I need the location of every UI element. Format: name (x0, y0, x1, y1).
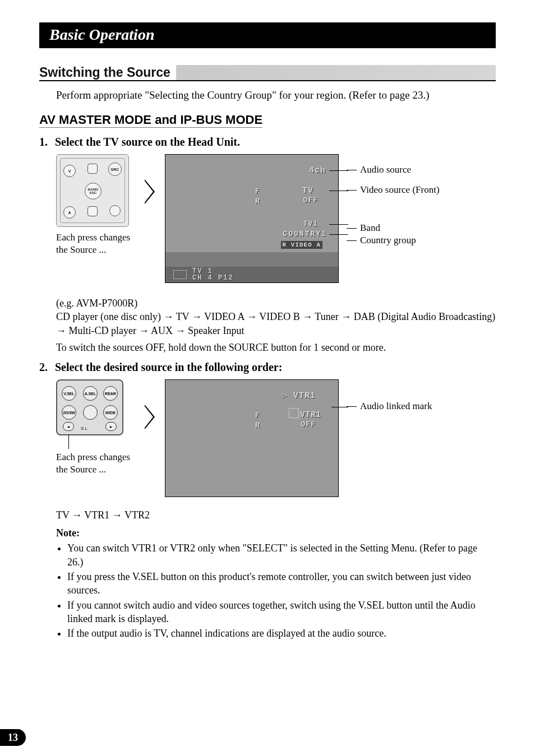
step-2-title: Select the desired source in the followi… (55, 361, 282, 374)
remote2-rear-button-icon: REAR (103, 386, 118, 401)
screen2-f-label: F (255, 411, 260, 420)
remote2-2d3w-button-icon: 2D/3W (62, 405, 76, 420)
screen1-foot-line2: CH 4 P12 (192, 275, 234, 281)
remote-1-column: V SRC BAND/ ESC A Each press changes the… (56, 154, 135, 256)
screen1-band-strip (165, 252, 338, 267)
screen2-linked-mark-icon (289, 408, 299, 418)
remote-1-caption: Each press changes the Source ... (56, 231, 135, 256)
screen1-footer: TV 1 CH 4 P12 (165, 267, 338, 282)
screen1-r-label: R (255, 197, 260, 206)
note-heading: Note: (56, 527, 496, 539)
screen1-country: COUNTRY1 (283, 230, 327, 238)
figure-2-row: V.SEL A.SEL REAR 2D/3W WIDE ◄ ► S L Each… (56, 379, 496, 497)
step1-source-chain: CD player (one disc only) → TV → VIDEO A… (56, 310, 496, 337)
chapter-title: Basic Operation (39, 22, 496, 48)
remote2-prev-button-icon: ◄ (63, 422, 74, 431)
page-number: 13 (0, 729, 26, 746)
remote2-vsel-button-icon: V.SEL (62, 386, 76, 401)
step1-example-line: (e.g. AVM-P7000R) (56, 296, 496, 310)
remote-ring-button-icon (109, 205, 121, 216)
remote-a-button-icon: A (63, 206, 76, 219)
section-heading-switching-source: Switching the Source (39, 65, 496, 81)
note-item: If the output audio is TV, channel indic… (67, 627, 496, 640)
screen-illustration-1: 4ch F R TV OFF TV1 COUNTRY1 R VIDEO A TV… (165, 154, 339, 283)
callout-band: Band (352, 222, 440, 234)
step-1-number: 1. (39, 136, 55, 149)
screen1-audio-source: 4ch (309, 166, 326, 175)
page: Basic Operation Switching the Source Per… (0, 0, 535, 756)
remote-illustration-2: V.SEL A.SEL REAR 2D/3W WIDE ◄ ► S L (56, 379, 123, 435)
remote-2-column: V.SEL A.SEL REAR 2D/3W WIDE ◄ ► S L Each… (56, 379, 135, 476)
screen2-callouts: Audio linked mark (352, 379, 432, 412)
screen2-top: ▷ VTR1 (282, 390, 316, 401)
remote2-asel-button-icon: A.SEL (83, 386, 98, 401)
step1-off-note: To switch the sources OFF, hold down the… (56, 341, 496, 354)
note-item: If you press the V.SEL button on this pr… (67, 570, 496, 597)
remote-2-caption: Each press changes the Source ... (56, 451, 135, 476)
callout-country-group: Country group (352, 235, 440, 246)
arrow-icon (145, 179, 155, 204)
figure-1-row: V SRC BAND/ ESC A Each press changes the… (56, 154, 496, 283)
step-2-row: 2. Select the desired source in the foll… (39, 361, 496, 374)
note-item: You can switch VTR1 or VTR2 only when "S… (67, 541, 496, 569)
screen1-foot-icon (173, 270, 187, 279)
section-heading-av-master: AV MASTER MODE and IP-BUS MODE (39, 113, 262, 128)
screen-illustration-2: ▷ VTR1 F R VTR1 OFF (165, 379, 339, 497)
screen1-video-source: TV (302, 186, 313, 196)
remote-pad-up-icon (87, 164, 98, 174)
notes-list: You can switch VTR1 or VTR2 only when "S… (67, 541, 496, 640)
screen1-video-badge: R VIDEO A (281, 241, 322, 249)
callout-audio-linked-mark: Audio linked mark (352, 401, 432, 412)
remote2-next-button-icon: ► (105, 422, 117, 431)
screen2-off: OFF (301, 420, 316, 429)
remote-illustration-1: V SRC BAND/ ESC A (56, 154, 129, 227)
remote-band-button-icon: BAND/ ESC (85, 183, 102, 200)
screen1-video-off: OFF (303, 196, 318, 205)
screen1-band: TV1 (303, 220, 318, 228)
callout-video-source: Video source (Front) (352, 184, 440, 196)
step-1-row: 1. Select the TV source on the Head Unit… (39, 136, 496, 149)
intro-paragraph: Perform appropriate "Selecting the Count… (56, 89, 496, 101)
step-2-number: 2. (39, 361, 55, 374)
remote-pad-down-icon (87, 206, 98, 216)
remote2-leader-line (68, 434, 69, 449)
step-1-title: Select the TV source on the Head Unit. (55, 136, 240, 149)
note-item: If you cannot switch audio and video sou… (67, 599, 496, 626)
screen2-r-label: R (255, 421, 260, 430)
screen2-mid: VTR1 (300, 410, 321, 419)
remote2-sl-label: S L (81, 426, 87, 431)
arrow-icon (145, 405, 155, 429)
screen1-f-label: F (255, 187, 260, 196)
screen1-callouts: Audio source Video source (Front) Band C… (352, 154, 440, 246)
step2-source-chain: TV → VTR1 → VTR2 (56, 508, 496, 522)
remote-src-button-icon: SRC (108, 163, 122, 176)
remote-v-button-icon: V (63, 165, 76, 177)
remote2-center-button-icon (83, 405, 98, 420)
remote2-wide-button-icon: WIDE (103, 405, 118, 420)
section-heading-text: Switching the Source (39, 65, 173, 80)
callout-audio-source: Audio source (352, 164, 440, 175)
